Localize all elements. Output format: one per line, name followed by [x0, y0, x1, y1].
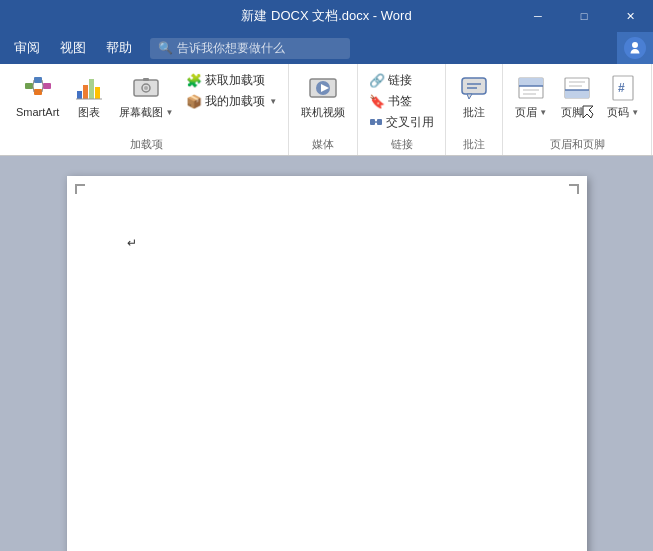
svg-rect-29	[519, 78, 543, 86]
svg-rect-22	[377, 119, 382, 125]
svg-rect-34	[565, 90, 589, 98]
svg-rect-12	[95, 87, 100, 99]
header-button[interactable]: 页眉 ▼	[509, 68, 553, 134]
menu-bar: 审阅 视图 帮助 🔍 告诉我你想要做什么	[0, 32, 653, 64]
group-media: 联机视频 媒体	[289, 64, 358, 155]
footer-arrow: ▼	[585, 108, 593, 118]
footer-label-row: 页脚 ▼	[561, 106, 593, 119]
media-group-label: 媒体	[295, 137, 351, 155]
bookmark-label: 书签	[388, 94, 412, 109]
get-addins-label: 获取加载项	[205, 73, 265, 88]
online-video-label: 联机视频	[301, 106, 345, 119]
comments-group-label: 批注	[452, 137, 496, 155]
get-addins-icon: 🧩	[186, 73, 202, 88]
group-comments-content: 批注	[452, 68, 496, 135]
svg-rect-16	[143, 78, 149, 81]
online-video-button[interactable]: 联机视频	[295, 68, 351, 134]
user-avatar-icon[interactable]	[617, 32, 653, 64]
svg-line-5	[33, 80, 34, 86]
svg-rect-21	[370, 119, 375, 125]
document-cursor: ↵	[127, 236, 137, 250]
online-video-icon	[307, 72, 339, 104]
pagenum-arrow: ▼	[631, 108, 639, 118]
svg-line-8	[42, 86, 43, 92]
svg-rect-4	[43, 83, 51, 89]
group-links-content: 🔗 链接 🔖 书签 交叉引用	[364, 68, 439, 135]
header-arrow: ▼	[539, 108, 547, 118]
minimize-button[interactable]: ─	[515, 0, 561, 32]
maximize-button[interactable]: □	[561, 0, 607, 32]
ribbon: SmartArt 图表 屏幕截图 ▼	[0, 64, 653, 156]
my-addins-icon: 📦	[186, 94, 202, 109]
svg-rect-2	[34, 77, 42, 83]
smartart-icon	[22, 72, 54, 104]
svg-line-6	[33, 86, 34, 92]
menu-item-help[interactable]: 帮助	[96, 35, 142, 61]
footer-icon	[561, 72, 593, 104]
link-icon: 🔗	[369, 73, 385, 88]
link-label: 链接	[388, 73, 412, 88]
menu-search-box[interactable]: 🔍 告诉我你想要做什么	[150, 38, 350, 59]
screenshot-arrow: ▼	[165, 108, 173, 118]
chart-label: 图表	[78, 106, 100, 119]
menu-item-view[interactable]: 视图	[50, 35, 96, 61]
title-bar-controls: ─ □ ✕	[515, 0, 653, 32]
svg-rect-9	[77, 91, 82, 99]
my-addins-label: 我的加载项	[205, 94, 265, 109]
bookmark-icon: 🔖	[369, 94, 385, 109]
svg-point-17	[144, 86, 148, 90]
group-headerfooter-content: 页眉 ▼ 页脚 ▼	[509, 68, 645, 135]
ribbon-content: SmartArt 图表 屏幕截图 ▼	[0, 64, 653, 156]
svg-rect-11	[89, 79, 94, 99]
addins-col: 🧩 获取加载项 📦 我的加载项 ▼	[181, 68, 282, 111]
screenshot-label-row: 屏幕截图 ▼	[119, 106, 173, 119]
page-corner-tr	[569, 184, 579, 194]
chart-icon	[73, 72, 105, 104]
smartart-label: SmartArt	[16, 106, 59, 119]
my-addins-button[interactable]: 📦 我的加载项 ▼	[181, 91, 282, 111]
crossref-button[interactable]: 交叉引用	[364, 112, 439, 132]
footer-label: 页脚	[561, 106, 583, 119]
pagenum-button[interactable]: # 页码 ▼	[601, 68, 645, 134]
search-icon: 🔍	[158, 41, 173, 55]
close-button[interactable]: ✕	[607, 0, 653, 32]
search-placeholder: 告诉我你想要做什么	[177, 40, 285, 57]
header-label: 页眉	[515, 106, 537, 119]
menu-item-review[interactable]: 审阅	[4, 35, 50, 61]
links-group-label: 链接	[364, 137, 439, 155]
crossref-icon	[369, 115, 383, 129]
links-col: 🔗 链接 🔖 书签 交叉引用	[364, 68, 439, 132]
my-addins-arrow: ▼	[269, 97, 277, 106]
bookmark-button[interactable]: 🔖 书签	[364, 91, 439, 111]
link-button[interactable]: 🔗 链接	[364, 70, 439, 90]
page-corner-tl	[75, 184, 85, 194]
smartart-button[interactable]: SmartArt	[10, 68, 65, 134]
pagenum-label: 页码	[607, 106, 629, 119]
comment-button[interactable]: 批注	[452, 68, 496, 134]
screenshot-button[interactable]: 屏幕截图 ▼	[113, 68, 179, 134]
get-addins-button[interactable]: 🧩 获取加载项	[181, 70, 282, 90]
svg-rect-10	[83, 85, 88, 99]
pagenum-label-row: 页码 ▼	[607, 106, 639, 119]
svg-rect-3	[34, 89, 42, 95]
crossref-label: 交叉引用	[386, 115, 434, 130]
pagenum-icon: #	[607, 72, 639, 104]
header-icon	[515, 72, 547, 104]
screenshot-label: 屏幕截图	[119, 106, 163, 119]
screenshot-icon	[130, 72, 162, 104]
svg-rect-24	[462, 78, 486, 94]
footer-button[interactable]: 页脚 ▼	[555, 68, 599, 134]
addins-group-label: 加载项	[10, 137, 282, 155]
svg-text:#: #	[618, 81, 625, 95]
group-links: 🔗 链接 🔖 书签 交叉引用 链接	[358, 64, 446, 155]
headerfooter-group-label: 页眉和页脚	[509, 137, 645, 155]
chart-button[interactable]: 图表	[67, 68, 111, 134]
comment-label: 批注	[463, 106, 485, 119]
document-page: ↵	[67, 176, 587, 551]
group-header-footer: 页眉 ▼ 页脚 ▼	[503, 64, 652, 155]
group-addins: SmartArt 图表 屏幕截图 ▼	[4, 64, 289, 155]
document-area[interactable]: ↵	[0, 156, 653, 551]
svg-line-7	[42, 80, 43, 86]
svg-rect-1	[25, 83, 33, 89]
comment-icon	[458, 72, 490, 104]
